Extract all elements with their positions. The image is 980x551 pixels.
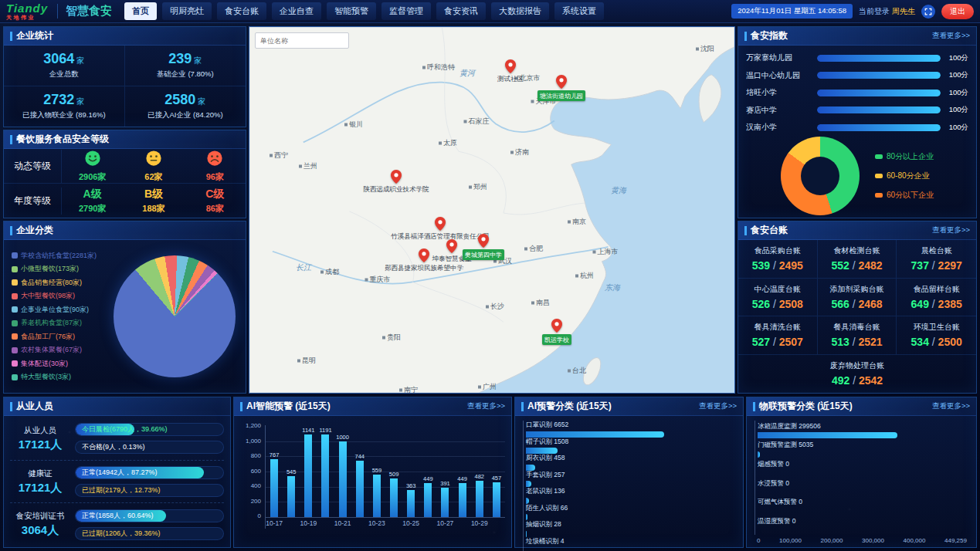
- bar[interactable]: [339, 441, 347, 517]
- ledger-label: 食材检测台账: [833, 245, 880, 256]
- h-bar[interactable]: [526, 531, 527, 537]
- legend-swatch: [875, 174, 883, 178]
- personnel-info: 食安培训证书3064人: [10, 511, 70, 538]
- nav-item-系统设置[interactable]: 系统设置: [554, 2, 604, 20]
- search-input[interactable]: [255, 32, 349, 49]
- legend-label: 集体配送(30家): [21, 359, 68, 369]
- map-pin[interactable]: [446, 239, 457, 253]
- bar[interactable]: [459, 483, 466, 517]
- y-axis-tick: 0: [258, 512, 261, 519]
- ledger-numbers: 526 / 2508: [752, 298, 803, 310]
- logout-button[interactable]: 退出: [941, 4, 974, 19]
- category-legend-item[interactable]: 企事业单位食堂(90家): [12, 305, 106, 315]
- nav-item-食安资讯[interactable]: 食安资讯: [436, 2, 486, 20]
- h-bar[interactable]: [526, 431, 664, 438]
- bar[interactable]: [321, 434, 329, 517]
- h-bar[interactable]: [758, 451, 760, 458]
- bar[interactable]: [390, 478, 398, 517]
- h-bar[interactable]: [526, 498, 529, 504]
- ledger-cell: 食品留样台账649 / 2385: [897, 279, 976, 317]
- count-separator: /: [929, 298, 938, 310]
- h-bar[interactable]: [526, 481, 531, 487]
- panel-title: 物联预警分类 (近15天): [753, 400, 853, 413]
- login-user: 周先生: [892, 7, 915, 15]
- ledger-label: 晨检台账: [921, 245, 952, 256]
- nav-item-监督管理[interactable]: 监督管理: [381, 2, 431, 20]
- bar[interactable]: [373, 475, 381, 517]
- x-axis-label: [385, 519, 402, 529]
- bar[interactable]: [304, 434, 312, 517]
- map-pin[interactable]: [419, 248, 429, 262]
- view-more-link[interactable]: 查看更多>>: [699, 401, 737, 411]
- category-pie-chart[interactable]: [114, 255, 236, 377]
- h-bar-row: 冰箱温度监测 299506: [758, 422, 967, 439]
- h-bar[interactable]: [758, 432, 897, 438]
- legend-swatch: [875, 193, 883, 198]
- view-more-link[interactable]: 查看更多>>: [932, 401, 970, 411]
- bar[interactable]: [356, 461, 364, 517]
- ledger-label: 餐具消毒台账: [833, 322, 880, 333]
- category-legend-item[interactable]: 养老机构食堂(87家): [12, 318, 106, 328]
- bar[interactable]: [424, 483, 432, 517]
- map-pin[interactable]: [551, 319, 562, 333]
- bar[interactable]: [407, 490, 415, 517]
- panel-ai-warning: AI智能预警 (近15天) 查看更多>> 1,2001,000800600400…: [233, 397, 512, 548]
- donut-legend-item[interactable]: 80分以上企业: [875, 151, 934, 162]
- view-more-link[interactable]: 查看更多>>: [932, 225, 970, 235]
- view-more-link[interactable]: 查看更多>>: [467, 401, 505, 411]
- h-bar-label: 垃圾桶识别 4: [526, 537, 734, 546]
- category-legend-item[interactable]: 学校含幼托食堂(2281家): [12, 251, 106, 261]
- index-donut-chart[interactable]: [781, 137, 860, 215]
- x-axis-tick: 300,000: [862, 537, 884, 546]
- nav-item-食安台账[interactable]: 食安台账: [217, 2, 266, 20]
- ledger-numbers: 566 / 2468: [831, 298, 882, 310]
- personnel-group: 健康证17121人正常(14942人，87.27%)已过期(2179人，12.7…: [10, 460, 224, 503]
- fullscreen-button[interactable]: [921, 5, 935, 19]
- ledger-numbers: 527 / 2507: [752, 336, 803, 348]
- bar-column: 559: [368, 427, 385, 517]
- count-separator: /: [929, 336, 938, 348]
- h-bar[interactable]: [526, 465, 535, 471]
- personnel-info: 健康证17121人: [10, 468, 70, 495]
- nav-item-企业自查[interactable]: 企业自查: [272, 2, 321, 20]
- category-legend-item[interactable]: 农村集体聚餐(67家): [12, 345, 106, 355]
- category-legend-item[interactable]: 大中型餐饮(98家): [12, 291, 106, 301]
- school-name: 万家寨幼儿园: [746, 52, 812, 63]
- donut-legend-item[interactable]: 60-80分企业: [875, 171, 934, 181]
- sea-label: 黄河: [459, 68, 475, 79]
- bar[interactable]: [441, 488, 449, 517]
- annual-grade-row: 年度等级 A级2790家B级188家C级86家: [4, 183, 246, 218]
- map-pin[interactable]: [478, 234, 489, 248]
- count-done: 492: [832, 374, 849, 387]
- sea-label: 黄海: [611, 185, 626, 196]
- ledger-cell: 中心温度台账526 / 2508: [738, 279, 818, 317]
- nav-item-大数据报告[interactable]: 大数据报告: [491, 2, 549, 20]
- category-legend-item[interactable]: 小微型餐饮(173家): [12, 264, 106, 274]
- h-bar[interactable]: [526, 448, 558, 454]
- map-panel[interactable]: 黄海东海黄河长江呼和浩特北京市天津市沈阳银川石家庄太原济南西宁兰州郑州南京合肥上…: [249, 26, 735, 394]
- count-total: 2521: [858, 336, 882, 348]
- bar[interactable]: [476, 481, 483, 517]
- legend-swatch: [875, 154, 883, 159]
- nav-item-明厨亮灶[interactable]: 明厨亮灶: [162, 2, 212, 20]
- index-donut-legend: 80分以上企业60-80分企业60分以下企业: [875, 151, 934, 201]
- view-more-link[interactable]: 查看更多>>: [932, 31, 970, 41]
- bar[interactable]: [287, 476, 295, 517]
- category-legend-item[interactable]: 特大型餐饮(3家): [12, 372, 106, 382]
- bar-value-label: 559: [372, 467, 382, 474]
- bar[interactable]: [493, 482, 500, 517]
- category-legend-item[interactable]: 集体配送(30家): [12, 359, 106, 369]
- map-pin[interactable]: [391, 170, 402, 184]
- city-label: 贵阳: [382, 333, 401, 343]
- map-pin[interactable]: [556, 75, 567, 89]
- donut-legend-item[interactable]: 60分以下企业: [875, 190, 934, 201]
- nav-item-智能预警[interactable]: 智能预警: [327, 2, 376, 20]
- category-legend-item[interactable]: 食品销售经营(80家): [12, 278, 106, 288]
- bar[interactable]: [270, 459, 278, 517]
- nav-item-首页[interactable]: 首页: [124, 2, 157, 20]
- category-legend-item[interactable]: 食品加工厂(76家): [12, 332, 106, 342]
- map-pin[interactable]: [435, 217, 446, 231]
- map-pin[interactable]: [505, 59, 516, 73]
- sea-label: 长江: [296, 262, 311, 273]
- h-bar[interactable]: [526, 514, 527, 520]
